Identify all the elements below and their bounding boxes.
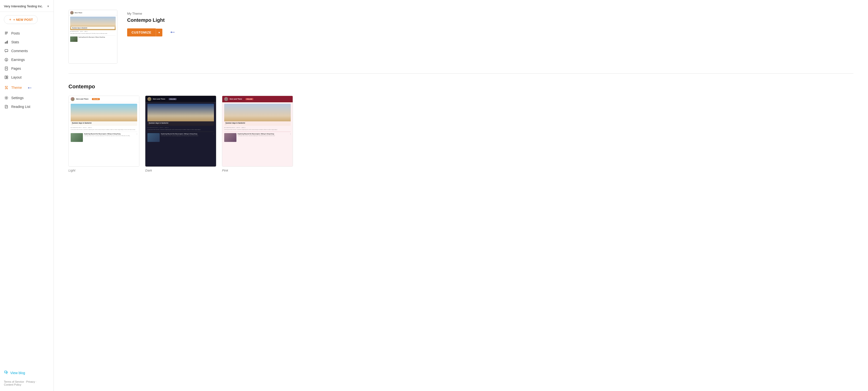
theme-card-dark: Here and There FOLLOW Summer days in San… bbox=[145, 96, 216, 172]
posts-label: Posts bbox=[11, 31, 20, 35]
theme-preview-pink[interactable]: Here and There FOLLOW Summer days in San… bbox=[222, 96, 293, 167]
site-header[interactable]: Very Interesting Testing Inc. ▼ bbox=[0, 0, 54, 12]
sidebar-item-posts[interactable]: Posts bbox=[0, 29, 54, 38]
sidebar-item-reading-list[interactable]: Reading List bbox=[0, 102, 54, 111]
customize-btn-group: CUSTOMIZE ▾ bbox=[127, 28, 162, 36]
sidebar-item-theme[interactable]: Theme ← bbox=[0, 82, 54, 93]
svg-text:$: $ bbox=[6, 59, 7, 61]
reading-list-icon bbox=[4, 105, 8, 109]
current-theme-preview: Here There Summer days in Santorini ALEX… bbox=[68, 10, 117, 64]
settings-label: Settings bbox=[11, 96, 24, 100]
svg-rect-13 bbox=[7, 76, 8, 77]
theme-label-dark: Dark bbox=[145, 169, 216, 172]
contempo-section-title: Contempo bbox=[68, 84, 853, 90]
main-nav: Posts Stats Comments $ Earnings Pages bbox=[0, 27, 54, 368]
main-content: Here There Summer days in Santorini ALEX… bbox=[54, 0, 868, 391]
pages-label: Pages bbox=[11, 66, 21, 70]
comments-icon bbox=[4, 49, 8, 53]
sidebar-item-comments[interactable]: Comments bbox=[0, 47, 54, 55]
pages-icon bbox=[4, 66, 8, 70]
posts-icon bbox=[4, 31, 8, 35]
svg-rect-3 bbox=[5, 42, 6, 43]
theme-label: Theme bbox=[11, 86, 22, 90]
theme-label-pink: Pink bbox=[222, 169, 293, 172]
my-theme-label-text: My Theme bbox=[127, 12, 176, 16]
theme-card-pink: Here and There FOLLOW Summer days in San… bbox=[222, 96, 293, 172]
theme-arrow-indicator: ← bbox=[27, 84, 33, 91]
svg-rect-0 bbox=[5, 32, 8, 32]
svg-rect-20 bbox=[7, 88, 7, 89]
earnings-icon: $ bbox=[4, 58, 8, 62]
svg-rect-11 bbox=[6, 68, 7, 69]
site-name: Very Interesting Testing Inc. bbox=[4, 4, 45, 8]
theme-variants-grid: Here and There FOLLOW Summer days in San… bbox=[68, 96, 853, 172]
svg-rect-15 bbox=[5, 86, 6, 88]
contempo-section: Contempo Here and There FOLLOW bbox=[68, 84, 853, 172]
privacy-link[interactable]: Privacy bbox=[26, 380, 35, 383]
site-chevron-icon[interactable]: ▼ bbox=[47, 5, 50, 8]
sidebar-item-stats[interactable]: Stats bbox=[0, 38, 54, 47]
sidebar-item-earnings[interactable]: $ Earnings bbox=[0, 55, 54, 64]
customize-dropdown-icon: ▾ bbox=[158, 31, 160, 34]
svg-rect-1 bbox=[5, 33, 8, 33]
view-blog-link[interactable]: View blog bbox=[0, 368, 54, 377]
sidebar: Very Interesting Testing Inc. ▼ ＋ + NEW … bbox=[0, 0, 54, 391]
svg-rect-12 bbox=[5, 76, 6, 79]
svg-rect-19 bbox=[7, 86, 7, 87]
external-link-icon bbox=[4, 371, 8, 375]
svg-rect-2 bbox=[5, 34, 7, 34]
customize-arrow-indicator: ← bbox=[169, 28, 176, 36]
my-theme-section: Here There Summer days in Santorini ALEX… bbox=[68, 10, 853, 73]
theme-preview-light[interactable]: Here and There FOLLOW Summer days in San… bbox=[68, 96, 140, 167]
svg-rect-4 bbox=[6, 41, 7, 43]
svg-rect-17 bbox=[6, 87, 7, 89]
sidebar-item-pages[interactable]: Pages bbox=[0, 64, 54, 73]
layout-icon bbox=[4, 76, 8, 79]
reading-list-label: Reading List bbox=[11, 105, 30, 109]
svg-rect-18 bbox=[6, 86, 7, 86]
stats-icon bbox=[4, 40, 8, 44]
svg-rect-24 bbox=[5, 371, 7, 373]
layout-label: Layout bbox=[11, 76, 22, 79]
comments-label: Comments bbox=[11, 49, 28, 53]
my-theme-info: My Theme Contempo Light CUSTOMIZE ▾ ← bbox=[127, 10, 176, 36]
theme-card-light: Here and There FOLLOW Summer days in San… bbox=[68, 96, 140, 172]
new-post-button[interactable]: ＋ + NEW POST bbox=[4, 15, 38, 24]
footer-links: Terms of Service · Privacy · Content Pol… bbox=[0, 377, 54, 391]
svg-rect-10 bbox=[6, 68, 7, 68]
customize-dropdown-button[interactable]: ▾ bbox=[156, 29, 162, 36]
theme-icon bbox=[4, 86, 8, 90]
view-blog-label: View blog bbox=[10, 371, 25, 375]
svg-rect-6 bbox=[5, 50, 8, 52]
sidebar-item-settings[interactable]: Settings bbox=[0, 93, 54, 102]
svg-rect-5 bbox=[7, 41, 8, 43]
svg-rect-16 bbox=[5, 88, 6, 89]
terms-link[interactable]: Terms of Service bbox=[4, 380, 24, 383]
svg-point-21 bbox=[6, 97, 7, 99]
customize-button[interactable]: CUSTOMIZE bbox=[127, 28, 156, 36]
content-policy-link[interactable]: Content Policy bbox=[4, 383, 21, 386]
svg-rect-14 bbox=[7, 78, 8, 79]
theme-preview-dark[interactable]: Here and There FOLLOW Summer days in San… bbox=[145, 96, 216, 167]
earnings-label: Earnings bbox=[11, 58, 25, 62]
theme-label-light: Light bbox=[68, 169, 140, 172]
new-post-plus-icon: ＋ bbox=[8, 18, 12, 22]
svg-rect-23 bbox=[6, 107, 7, 108]
my-theme-name-text: Contempo Light bbox=[127, 18, 176, 23]
stats-label: Stats bbox=[11, 40, 19, 44]
sidebar-item-layout[interactable]: Layout bbox=[0, 73, 54, 82]
settings-icon bbox=[4, 96, 8, 100]
